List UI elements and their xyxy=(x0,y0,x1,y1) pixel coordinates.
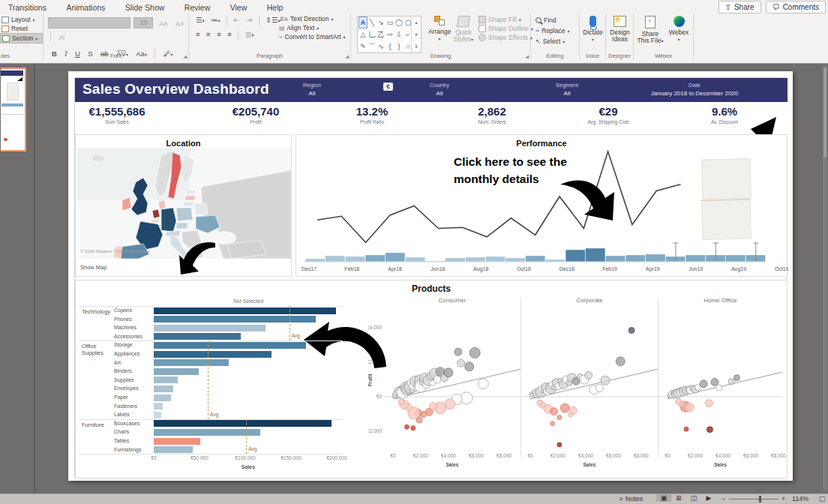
slide[interactable]: Sales Overview Dashbaord RegionAllCountr… xyxy=(68,71,793,481)
zoom-slider[interactable] xyxy=(729,499,778,500)
share-button[interactable]: ⇧Share xyxy=(718,1,761,14)
font-dialog-launcher[interactable]: ◢ xyxy=(183,53,187,58)
dictate-button[interactable]: Dictate▾ xyxy=(580,15,606,44)
annotation-arrow-down-left[interactable] xyxy=(179,237,217,274)
convert-smartart-button[interactable]: ⤷Convert to SmartArt▾ xyxy=(278,32,347,41)
numbering-button[interactable]: ≔▾ xyxy=(208,16,223,24)
zoom-in-button[interactable]: + xyxy=(782,495,785,502)
tab-view[interactable]: View xyxy=(222,1,256,12)
align-center-button[interactable]: ≡ xyxy=(204,30,213,38)
find-button[interactable]: Find xyxy=(534,16,579,25)
shape-14[interactable]: ∿ xyxy=(376,40,386,52)
tab-animations[interactable]: Animations xyxy=(58,1,113,12)
clear-formatting-button[interactable]: A𝄁 xyxy=(56,33,67,42)
show-map-link[interactable]: Show Map xyxy=(80,264,106,271)
webex-button[interactable]: Webex▾ xyxy=(667,15,691,44)
decrease-font-size-button[interactable]: A˅ xyxy=(173,20,187,28)
annotation-arrow-down-right[interactable] xyxy=(560,176,622,223)
justify-button[interactable]: ≡ xyxy=(225,30,234,38)
shape-7[interactable]: 乚 xyxy=(368,28,376,40)
dashboard-title: Sales Overview Dashbaord xyxy=(82,81,269,98)
zoom-out-button[interactable]: − xyxy=(722,495,725,502)
notes-button[interactable]: ≡ Notes xyxy=(620,495,643,502)
share-this-file-button[interactable]: Share This File▾ xyxy=(635,15,665,45)
section-button[interactable]: Section▾ xyxy=(0,33,43,44)
avg-label: Avg. xyxy=(292,333,302,338)
bar-axis-tick: €0 xyxy=(151,455,156,460)
shape-fill-button[interactable]: Shape Fill▾ xyxy=(477,15,535,24)
shape-13[interactable]: ⌒ xyxy=(368,40,376,52)
filter-country[interactable]: CountryAll xyxy=(417,81,462,98)
shape-1[interactable]: ╲ xyxy=(368,16,376,28)
blank-callout-bottom[interactable] xyxy=(701,199,751,240)
kpi-label: Sum Sales xyxy=(64,119,170,124)
shape-4[interactable]: ◯ xyxy=(394,16,404,28)
comments-button[interactable]: 🗩Comments xyxy=(766,1,826,14)
increase-indent-button[interactable]: ⇥ xyxy=(244,16,254,24)
shape-2[interactable]: ↘ xyxy=(376,16,386,28)
drawing-dialog-launcher[interactable]: ◢ xyxy=(525,53,529,58)
svg-text:Oct19: Oct19 xyxy=(775,266,788,272)
shape-3[interactable]: ▭ xyxy=(386,16,394,28)
reset-button[interactable]: Reset xyxy=(0,24,43,33)
tab-transitions[interactable]: Transitions xyxy=(0,1,55,12)
shape-10[interactable]: ⇩ xyxy=(394,28,404,40)
columns-button[interactable]: ▥▾ xyxy=(243,30,256,38)
annotation-arrow-left[interactable] xyxy=(302,320,388,371)
bar-label-supplies: Supplies xyxy=(114,377,152,382)
layout-button[interactable]: Layout▾ xyxy=(0,15,43,24)
increase-font-size-button[interactable]: A˄ xyxy=(157,20,170,28)
design-ideas-button[interactable]: Design Ideas xyxy=(607,15,633,43)
shape-12[interactable]: ✎ xyxy=(358,40,368,52)
select-button[interactable]: ↖Select▾ xyxy=(534,37,579,46)
text-direction-button[interactable]: ⇵AText Direction▾ xyxy=(278,14,347,23)
tab-slide-show[interactable]: Slide Show xyxy=(117,1,173,12)
bar-axis-title: Sales xyxy=(154,464,343,470)
paragraph-dialog-launcher[interactable]: ◢ xyxy=(345,53,349,58)
bar-label-appliances: Appliances xyxy=(114,351,152,356)
zoom-level[interactable]: 114% xyxy=(792,495,808,502)
shapes-gallery[interactable]: A╲↘▭◯▢△乚乙⇨⇩⌐✎⌒∿{}☆ ▴▾⊻ xyxy=(357,16,422,53)
slide-sorter-view-button[interactable]: ⊞ xyxy=(671,494,686,502)
decrease-indent-button[interactable]: ⇤ xyxy=(232,16,242,24)
bar-bookcases xyxy=(154,420,332,427)
filter-region[interactable]: RegionAll xyxy=(290,81,334,98)
paragraph-group: ☰▾ ≔▾ ⇤ ⇥ ⇕☰▾ ≡ ≡ ≡ ≡ ▥▾ ⇵AText xyxy=(189,14,351,60)
replace-button[interactable]: ᵃᵇReplace▾ xyxy=(534,26,579,35)
scatter-panel-title: Consumer xyxy=(439,297,466,304)
kpi-num-orders: 2,862Num. Orders xyxy=(440,105,544,124)
svg-text:Aug18: Aug18 xyxy=(473,266,488,272)
font-size-combobox[interactable]: 20 xyxy=(134,17,153,28)
bar-label-envelopes: Envelopes xyxy=(114,386,152,391)
quick-styles-button[interactable]: Quick Styles▾ xyxy=(450,15,477,44)
filter-date[interactable]: DateJanuary 2018 to December 2020 xyxy=(634,81,754,98)
reading-view-button[interactable]: ◫ xyxy=(686,494,701,502)
shapes-gallery-scroll[interactable]: ▴▾⊻ xyxy=(411,16,421,52)
align-text-button[interactable]: ▤Align Text▾ xyxy=(278,23,347,32)
blank-callout-top[interactable] xyxy=(701,158,751,200)
normal-view-button[interactable]: ▣ xyxy=(656,494,671,502)
sales-axis-title: Sales xyxy=(584,462,596,467)
scatter-panel-home-office: Home Office€0€2,000€4,000€6,000€8,000Sal… xyxy=(658,297,787,467)
shape-9[interactable]: ⇨ xyxy=(386,28,394,40)
shape-outline-button[interactable]: Shape Outline▾ xyxy=(477,24,535,33)
arrange-button[interactable]: Arrange▾ xyxy=(426,15,453,43)
vertical-scrollbar[interactable] xyxy=(823,65,827,491)
slide-thumbnail[interactable]: ·∴·˙·˙·∴ xyxy=(1,68,26,152)
shape-0[interactable]: A xyxy=(358,16,368,28)
shape-effects-button[interactable]: Shape Effects▾ xyxy=(477,33,535,42)
align-left-button[interactable]: ≡ xyxy=(194,30,202,38)
align-right-button[interactable]: ≡ xyxy=(214,30,224,38)
zoom-slider-thumb[interactable] xyxy=(759,496,761,502)
shape-16[interactable]: } xyxy=(394,40,404,52)
tab-help[interactable]: Help xyxy=(259,1,292,12)
fit-to-window-button[interactable]: ▢ xyxy=(819,495,826,502)
shape-15[interactable]: { xyxy=(386,40,394,52)
shape-6[interactable]: △ xyxy=(358,28,368,40)
font-name-combobox[interactable] xyxy=(48,17,130,28)
bullets-button[interactable]: ☰▾ xyxy=(194,16,207,24)
tab-review[interactable]: Review xyxy=(176,1,218,12)
shape-8[interactable]: 乙 xyxy=(376,28,386,40)
filter-segment[interactable]: SegmentAll xyxy=(544,81,590,98)
slideshow-button[interactable]: ▶ xyxy=(701,494,716,502)
